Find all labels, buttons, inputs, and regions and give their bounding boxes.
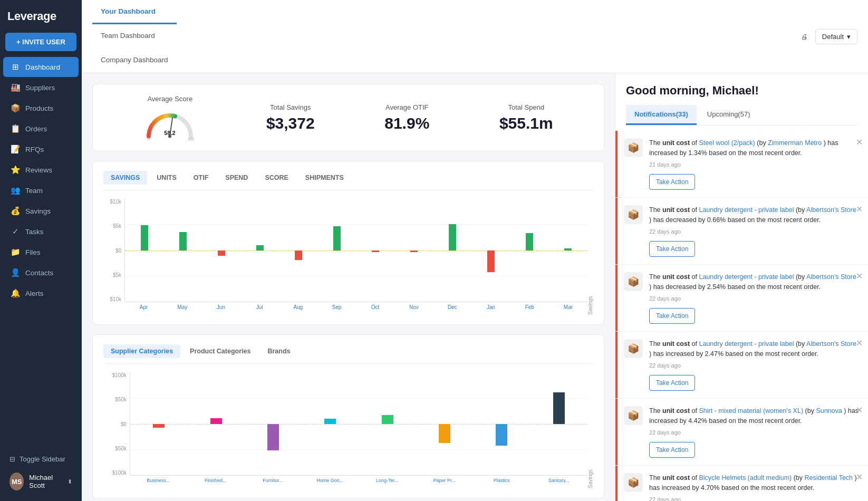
chart-bar[interactable] xyxy=(449,224,456,250)
take-action-button[interactable]: Take Action xyxy=(649,442,695,458)
notif-body: The unit cost of Shirt - mixed material … xyxy=(649,406,860,458)
svg-text:0: 0 xyxy=(148,137,150,141)
chart-bar[interactable] xyxy=(372,250,379,253)
chart-bar[interactable] xyxy=(295,250,302,260)
cat-tab-product[interactable]: Product Categories xyxy=(182,344,258,358)
chart-bar[interactable] xyxy=(564,248,572,250)
sidebar-item-tasks[interactable]: ✓Tasks xyxy=(3,221,79,242)
tab-team-dashboard[interactable]: Team Dashboard xyxy=(92,24,177,49)
notification-list: 📦 The unit cost of Steel wool (2/pack) (… xyxy=(615,131,868,501)
take-action-button[interactable]: Take Action xyxy=(649,174,695,190)
bar-group xyxy=(317,199,356,302)
close-notification-button[interactable]: ✕ xyxy=(856,405,863,415)
user-profile[interactable]: MS Michael Scott ⬍ xyxy=(5,467,76,496)
sidebar-item-dashboard[interactable]: ⊞Dashboard xyxy=(3,57,79,77)
supplier-link[interactable]: Albertson's Store xyxy=(806,340,856,348)
notification-item: 📦 The unit cost of Laundry detergent - p… xyxy=(615,198,868,265)
tasks-icon: ✓ xyxy=(11,227,20,236)
close-notification-button[interactable]: ✕ xyxy=(856,271,863,281)
savings-tab-otif[interactable]: OTIF xyxy=(186,171,216,185)
sidebar-item-products[interactable]: 📦Products xyxy=(3,98,79,118)
notif-icon: 📦 xyxy=(624,406,643,425)
chart-bar[interactable] xyxy=(496,424,507,446)
supplier-link[interactable]: Albertson's Store xyxy=(806,273,856,281)
print-button[interactable]: 🖨 xyxy=(796,30,813,44)
supplier-link[interactable]: Albertson's Store xyxy=(806,206,856,214)
supplier-link[interactable]: Residential Tech xyxy=(805,474,853,481)
take-action-button[interactable]: Take Action xyxy=(649,308,695,324)
sidebar-item-label: Alerts xyxy=(25,290,44,297)
product-link[interactable]: Bicycle Helmets (adult medium) xyxy=(699,474,792,481)
close-notification-button[interactable]: ✕ xyxy=(856,338,863,348)
toggle-sidebar-button[interactable]: ⊟ Toggle Sidebar xyxy=(5,451,76,467)
sidebar-item-alerts[interactable]: 🔔Alerts xyxy=(3,283,79,303)
chart-bar[interactable] xyxy=(382,415,393,423)
product-link[interactable]: Laundry detergent - private label xyxy=(699,340,794,348)
supplier-link[interactable]: Sunnova xyxy=(816,407,842,415)
chart-bar[interactable] xyxy=(553,392,565,424)
chart-bar[interactable] xyxy=(256,245,264,250)
product-link[interactable]: Steel wool (2/pack) xyxy=(699,139,755,147)
sidebar-item-suppliers[interactable]: 🏭Suppliers xyxy=(3,78,79,98)
sidebar-item-rfqs[interactable]: 📝RFQs xyxy=(3,139,79,159)
take-action-button[interactable]: Take Action xyxy=(649,241,695,257)
supplier-link[interactable]: Zimmerman Metro xyxy=(768,139,822,147)
bar-group xyxy=(549,199,587,302)
chart-bar[interactable] xyxy=(153,424,165,428)
product-link[interactable]: Laundry detergent - private label xyxy=(699,206,794,214)
x-axis-label: Paper Pr... xyxy=(416,478,474,483)
sidebar-item-label: Products xyxy=(25,104,53,112)
savings-tab-shipments[interactable]: SHIPMENTS xyxy=(298,171,351,185)
x-axis-label: Business... xyxy=(130,478,187,483)
savings-tab-units[interactable]: UNITS xyxy=(149,171,184,185)
take-action-button[interactable]: Take Action xyxy=(649,375,695,391)
close-notification-button[interactable]: ✕ xyxy=(856,204,863,214)
chart-bar[interactable] xyxy=(218,250,225,256)
svg-text:58.2: 58.2 xyxy=(165,130,176,136)
chart-bar[interactable] xyxy=(324,419,336,423)
bar-group xyxy=(125,199,163,302)
tab-company-dashboard[interactable]: Company Dashboard xyxy=(92,49,177,73)
chart-bar[interactable] xyxy=(526,233,533,250)
notif-icon: 📦 xyxy=(624,339,643,358)
notif-tab-upcoming[interactable]: Upcoming(57) xyxy=(699,105,759,125)
bar-group xyxy=(510,199,549,302)
savings-tab-savings[interactable]: SAVINGS xyxy=(103,171,147,185)
invite-user-button[interactable]: + INVITE USER xyxy=(5,33,76,51)
chart-bar[interactable] xyxy=(487,250,495,272)
x-axis-label: Feb xyxy=(510,304,549,310)
chart-bar[interactable] xyxy=(141,225,148,250)
chart-bar[interactable] xyxy=(410,250,418,253)
sidebar-item-files[interactable]: 📁Files xyxy=(3,242,79,262)
bar-group xyxy=(359,372,416,475)
toggle-sidebar-label: Toggle Sidebar xyxy=(20,455,65,463)
chart-bar[interactable] xyxy=(439,424,450,444)
chart-bar[interactable] xyxy=(267,424,279,450)
chart-bar[interactable] xyxy=(333,226,341,250)
chart-bar[interactable] xyxy=(210,418,222,424)
notif-body: The unit cost of Laundry detergent - pri… xyxy=(649,339,860,391)
avg-otif-value: 81.9% xyxy=(384,114,429,132)
default-dropdown[interactable]: Default ▾ xyxy=(815,29,857,44)
cat-tab-brands[interactable]: Brands xyxy=(260,344,297,358)
tab-your-dashboard[interactable]: Your Dashboard xyxy=(92,0,177,24)
close-notification-button[interactable]: ✕ xyxy=(856,472,863,482)
notif-tab-notifications[interactable]: Notifications(33) xyxy=(626,105,697,125)
notif-body: The unit cost of Laundry detergent - pri… xyxy=(649,272,860,324)
cat-tab-supplier[interactable]: Supplier Categories xyxy=(103,344,180,358)
sidebar-item-team[interactable]: 👥Team xyxy=(3,180,79,200)
savings-tab-spend[interactable]: SPEND xyxy=(218,171,255,185)
close-notification-button[interactable]: ✕ xyxy=(856,137,863,147)
sidebar-item-contacts[interactable]: 👤Contacts xyxy=(3,263,79,283)
notif-time: 22 days ago xyxy=(649,294,860,303)
product-link[interactable]: Shirt - mixed material (women's XL) xyxy=(699,407,803,415)
savings-tab-score[interactable]: SCORE xyxy=(257,171,295,185)
sidebar-item-reviews[interactable]: ⭐Reviews xyxy=(3,160,79,180)
x-axis-label: Sep xyxy=(317,304,356,310)
chart-bar[interactable] xyxy=(179,232,187,250)
sidebar-item-savings[interactable]: 💰Savings xyxy=(3,201,79,221)
savings-icon: 💰 xyxy=(11,206,20,216)
product-link[interactable]: Laundry detergent - private label xyxy=(699,273,794,281)
sidebar-item-orders[interactable]: 📋Orders xyxy=(3,119,79,139)
sidebar-item-label: Dashboard xyxy=(25,63,60,71)
